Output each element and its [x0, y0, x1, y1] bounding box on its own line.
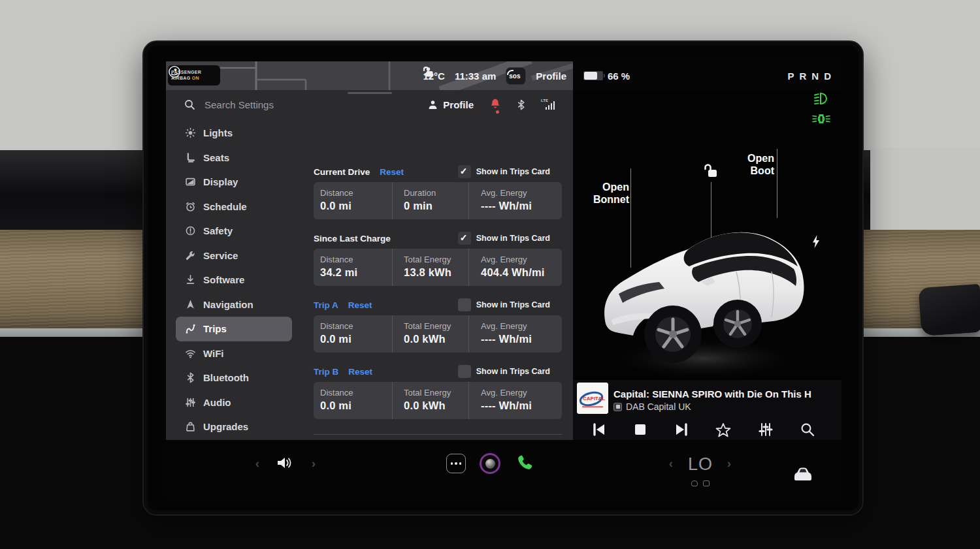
since-last-charge-card: Distance 34.2 mi Total Energy 13.8 kWh A… [314, 249, 562, 286]
climate-sub-icons[interactable] [686, 479, 715, 487]
reset-link[interactable]: Reset [380, 167, 404, 177]
car-visualization-panel: Open Bonnet Open Boot [573, 90, 841, 440]
unlocked-icon[interactable] [423, 66, 434, 78]
battery-status[interactable]: 66 % [583, 71, 630, 82]
sidebar-label: WiFi [203, 348, 224, 359]
sidebar-item-navigation[interactable]: Navigation [176, 292, 292, 317]
sos-phone-icon [506, 69, 514, 76]
stat-value: 0.0 mi [320, 198, 392, 213]
reset-link[interactable]: Reset [348, 367, 372, 377]
sidebar-item-upgrades[interactable]: Upgrades [176, 415, 292, 439]
driver-profile-button[interactable]: Profile [536, 71, 566, 82]
sidebar-label: Display [203, 176, 238, 187]
sidebar-item-bluetooth[interactable]: Bluetooth [176, 366, 292, 390]
next-track-button[interactable] [672, 418, 691, 441]
sidebar-item-safety[interactable]: Safety [176, 219, 292, 243]
door-unlocked-icon[interactable] [704, 163, 718, 178]
section-current-drive-header: Current Drive Reset Show in Trips Card [314, 166, 562, 177]
equalizer-button[interactable] [756, 418, 776, 441]
sidebar-item-trips[interactable]: Trips [176, 317, 292, 341]
rear-wheel [713, 300, 762, 348]
person-icon [427, 99, 438, 110]
media-subtitle: DAB Capital UK [626, 401, 691, 412]
settings-sidebar: Lights Seats Display [166, 119, 302, 440]
divider [314, 434, 562, 435]
clock: 11:33 am [455, 71, 496, 82]
section-title: Since Last Charge [314, 234, 391, 243]
open-boot-line1: Open [723, 152, 774, 165]
map-preview-strip[interactable]: PASSENGER AIRBAG ON 12°C 11:33 am sos Pr… [166, 61, 573, 90]
stat-value: 34.2 mi [320, 265, 392, 280]
sidebar-item-display[interactable]: Display [176, 170, 292, 195]
sidebar-item-seats[interactable]: Seats [176, 146, 292, 170]
show-in-trips-checkbox[interactable] [458, 298, 471, 311]
stat-label: Avg. Energy [481, 321, 562, 332]
schedule-icon [185, 201, 196, 212]
profile-menu-button[interactable]: Profile [427, 99, 474, 110]
wall-background [870, 148, 980, 231]
software-icon [185, 274, 196, 285]
temp-up-chevron[interactable]: › [723, 456, 736, 471]
app-shortcut-icon[interactable] [480, 453, 500, 474]
section-since-last-charge-header: Since Last Charge Show in Trips Card [314, 233, 562, 243]
show-in-trips-label: Show in Trips Card [476, 167, 550, 176]
section-title: Trip B [314, 367, 338, 377]
album-art[interactable]: CAPITAL [577, 383, 608, 414]
gear-n: N [811, 71, 819, 82]
stat-label: Distance [320, 187, 392, 198]
app-drawer-button[interactable] [446, 454, 466, 473]
stop-button[interactable] [630, 418, 650, 441]
open-boot-button[interactable]: Open Boot [723, 152, 774, 177]
vehicle-3d-render[interactable] [596, 212, 812, 383]
section-title: Trip A [314, 300, 338, 310]
show-in-trips-checkbox[interactable] [458, 365, 471, 378]
sidebar-item-schedule[interactable]: Schedule [176, 195, 292, 219]
sidebar-item-lights[interactable]: Lights [176, 121, 292, 146]
media-search-button[interactable] [798, 418, 817, 441]
volume-icon[interactable] [274, 453, 294, 473]
passenger-airbag-indicator: PASSENGER AIRBAG ON [168, 65, 220, 86]
trips-icon [185, 323, 196, 334]
sidebar-label: Schedule [203, 201, 247, 212]
reset-link[interactable]: Reset [348, 300, 372, 310]
gear-indicator: P R N D [787, 71, 831, 82]
notifications-button[interactable] [490, 98, 500, 112]
open-boot-line2: Boot [723, 165, 774, 177]
settings-search[interactable]: Search Settings Profile [166, 90, 573, 119]
seat-heater-icon[interactable] [691, 480, 698, 486]
volume-up-chevron[interactable]: › [307, 456, 320, 471]
volume-down-chevron[interactable]: ‹ [251, 456, 264, 471]
search-icon [184, 99, 195, 110]
show-in-trips-checkbox[interactable] [458, 165, 471, 178]
vehicle-controls-icon[interactable] [791, 465, 815, 483]
safety-icon [185, 225, 196, 236]
sos-button[interactable]: sos [506, 67, 526, 85]
defrost-icon[interactable] [703, 480, 710, 486]
bluetooth-status-icon[interactable] [517, 99, 525, 110]
search-input[interactable]: Search Settings [204, 99, 274, 110]
service-icon [185, 250, 196, 261]
charge-port-icon[interactable] [811, 234, 821, 249]
previous-track-button[interactable] [589, 418, 609, 441]
sidebar-label: Audio [203, 397, 231, 408]
temperature-control[interactable]: LO [682, 453, 719, 475]
parking-lights-indicator-icon [811, 114, 831, 124]
sidebar-item-service[interactable]: Service [176, 243, 292, 268]
upgrades-icon [185, 421, 196, 432]
navigation-icon [185, 299, 196, 310]
profile-label: Profile [536, 71, 566, 82]
sidebar-item-wifi[interactable]: WiFi [176, 341, 292, 366]
bluetooth-icon [185, 372, 196, 383]
sidebar-item-audio[interactable]: Audio [176, 390, 292, 415]
temp-down-chevron[interactable]: ‹ [664, 456, 678, 471]
sidebar-item-software[interactable]: Software [176, 268, 292, 292]
lte-signal-icon[interactable]: LTE [542, 99, 555, 110]
battery-icon [583, 71, 603, 80]
phone-app-icon[interactable] [514, 452, 535, 473]
open-bonnet-button[interactable]: Open Bonnet [573, 181, 629, 206]
show-in-trips-checkbox[interactable] [458, 232, 471, 245]
show-in-trips-label: Show in Trips Card [476, 234, 550, 243]
favorite-button[interactable] [713, 418, 733, 441]
display-icon [185, 176, 196, 187]
stat-value: ---- Wh/mi [481, 332, 562, 347]
